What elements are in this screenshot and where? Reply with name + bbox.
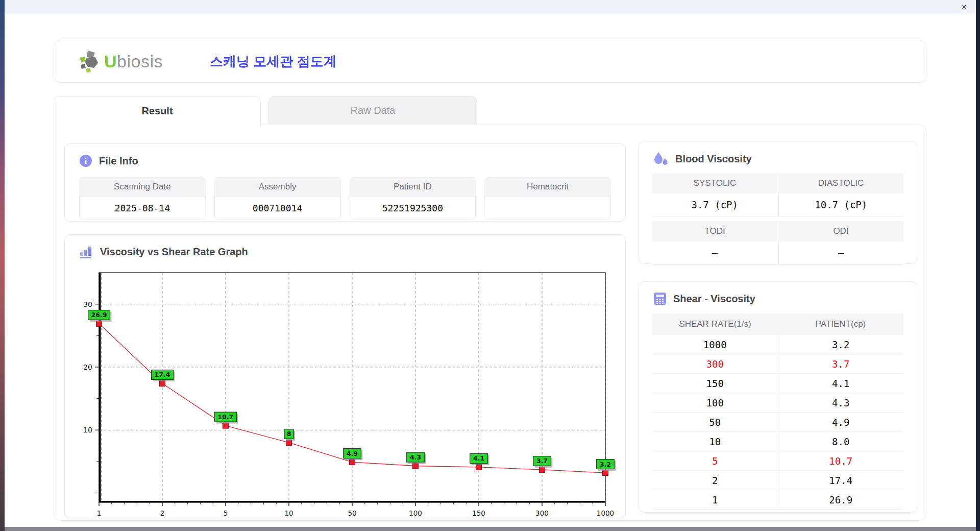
- bv-value-cell: 10.7 (cP): [778, 194, 904, 216]
- blood-viscosity-card: Blood Viscosity SYSTOLICDIASTOLIC3.7 (cP…: [639, 141, 917, 264]
- field-value: 2025-08-14: [79, 197, 206, 220]
- shear-viscosity-title-row: Shear - Viscosity: [653, 292, 755, 305]
- svg-text:30: 30: [83, 300, 92, 308]
- field-hematocrit: Hematocrit: [484, 177, 611, 220]
- bar-chart-icon: [79, 245, 93, 259]
- bv-header-cell: ODI: [778, 221, 903, 242]
- svg-text:26.9: 26.9: [91, 311, 107, 319]
- field-label: Hematocrit: [484, 177, 611, 197]
- tab-raw-data[interactable]: Raw Data: [268, 96, 477, 125]
- desktop-background-right: [976, 0, 980, 531]
- blood-viscosity-title: Blood Viscosity: [675, 153, 752, 165]
- svg-text:10.7: 10.7: [218, 413, 234, 421]
- svg-text:1: 1: [97, 509, 102, 517]
- field-value: [484, 197, 611, 220]
- bv-value-cell: –: [778, 242, 904, 264]
- shear-table-body: 10003.23003.71504.11004.3504.9108.0510.7…: [652, 335, 903, 510]
- bv-header-row: TODIODI: [652, 221, 903, 242]
- shear-viscosity-table: SHEAR RATE(1/s) PATIENT(cp) 10003.23003.…: [652, 313, 903, 510]
- brand-text: Ubiosis: [104, 52, 163, 71]
- graph-title: Viscosity vs Shear Rate Graph: [100, 246, 248, 258]
- bv-header-cell: TODI: [652, 221, 777, 242]
- graph-card: Viscosity vs Shear Rate Graph 1020301251…: [64, 234, 626, 518]
- shear-row: 1504.1: [652, 374, 903, 393]
- svg-text:4.9: 4.9: [347, 450, 358, 457]
- svg-text:4.1: 4.1: [473, 454, 484, 462]
- close-button[interactable]: ×: [958, 1, 971, 13]
- shear-rate-cell: 5: [652, 451, 778, 470]
- viscosity-chart: 1020301251050100150300100026.917.410.784…: [99, 273, 605, 502]
- patient-cell: 3.2: [778, 335, 904, 354]
- shear-row: 1004.3: [652, 393, 903, 413]
- calculator-icon: [653, 292, 667, 305]
- app-window: Ubiosis 스캐닝 모세관 점도계 ResultRaw Data i Fil…: [5, 14, 976, 527]
- shear-row: 510.7: [652, 451, 903, 471]
- svg-text:10: 10: [284, 509, 293, 517]
- field-label: Assembly: [214, 177, 341, 197]
- patient-cell: 3.7: [778, 354, 904, 373]
- shear-row: 10003.2: [652, 335, 903, 354]
- shear-rate-cell: 300: [652, 354, 778, 373]
- shear-rate-cell: 50: [652, 413, 778, 431]
- svg-text:100: 100: [409, 509, 422, 517]
- shear-row: 108.0: [652, 432, 903, 451]
- svg-text:20: 20: [83, 363, 92, 371]
- field-value: 52251925300: [350, 197, 476, 220]
- patient-cell: 8.0: [778, 432, 904, 451]
- main-panel: i File Info Scanning Date2025-08-14Assem…: [54, 125, 926, 521]
- field-scanning-date: Scanning Date2025-08-14: [79, 177, 206, 220]
- graph-title-row: Viscosity vs Shear Rate Graph: [79, 245, 248, 259]
- brand-logo: Ubiosis: [78, 50, 163, 73]
- field-value: 000710014: [214, 197, 341, 220]
- shear-row: 504.9: [652, 413, 903, 432]
- patient-cell: 26.9: [778, 490, 904, 509]
- svg-text:1000: 1000: [597, 509, 614, 517]
- bv-value-cell: 3.7 (cP): [652, 194, 777, 216]
- file-info-fields: Scanning Date2025-08-14Assembly000710014…: [79, 177, 611, 220]
- ubiosis-logo-icon: [78, 50, 100, 73]
- shear-row: 217.4: [652, 471, 903, 490]
- tab-result[interactable]: Result: [54, 96, 261, 126]
- svg-text:2: 2: [160, 509, 165, 517]
- shear-rate-cell: 100: [652, 393, 778, 412]
- shear-rate-cell: 2: [652, 471, 778, 490]
- patient-column-header: PATIENT(cp): [778, 313, 903, 335]
- desktop-background-bottom: [5, 527, 976, 531]
- patient-cell: 10.7: [778, 451, 904, 470]
- close-icon: ×: [962, 2, 967, 12]
- shear-table-header: SHEAR RATE(1/s) PATIENT(cp): [652, 313, 903, 335]
- shear-rate-cell: 150: [652, 374, 778, 393]
- bv-header-row: SYSTOLICDIASTOLIC: [652, 173, 903, 194]
- info-icon: i: [79, 154, 92, 167]
- svg-text:i: i: [85, 157, 87, 165]
- app-title: 스캐닝 모세관 점도계: [210, 53, 336, 70]
- bv-header-cell: DIASTOLIC: [778, 173, 903, 194]
- droplets-icon: [653, 152, 669, 166]
- field-assembly: Assembly000710014: [214, 177, 341, 220]
- svg-text:5: 5: [224, 509, 228, 517]
- svg-text:3.2: 3.2: [600, 461, 611, 468]
- patient-cell: 4.3: [778, 393, 904, 412]
- field-label: Scanning Date: [79, 177, 206, 197]
- header-card: Ubiosis 스캐닝 모세관 점도계: [54, 40, 926, 83]
- bv-value-cell: –: [652, 242, 777, 264]
- svg-text:50: 50: [348, 509, 356, 517]
- shear-row: 126.9: [652, 490, 903, 510]
- svg-text:3.7: 3.7: [536, 457, 548, 465]
- field-label: Patient ID: [350, 177, 476, 197]
- chart-svg: 1020301251050100150300100026.917.410.784…: [99, 273, 605, 502]
- file-info-title: File Info: [99, 155, 138, 167]
- svg-text:300: 300: [535, 509, 549, 517]
- patient-cell: 4.9: [778, 413, 904, 431]
- desktop-background-left: [0, 0, 5, 531]
- bv-header-cell: SYSTOLIC: [652, 173, 777, 194]
- bv-value-row: ––: [652, 242, 903, 264]
- shear-viscosity-card: Shear - Viscosity SHEAR RATE(1/s) PATIEN…: [639, 281, 917, 513]
- field-patient-id: Patient ID52251925300: [350, 177, 476, 220]
- blood-viscosity-grid: SYSTOLICDIASTOLIC3.7 (cP)10.7 (cP)TODIOD…: [652, 173, 903, 264]
- shear-rate-cell: 10: [652, 432, 778, 451]
- svg-text:4.3: 4.3: [410, 453, 421, 461]
- patient-cell: 17.4: [778, 471, 904, 490]
- shear-rate-cell: 1000: [652, 335, 778, 354]
- svg-text:17.4: 17.4: [155, 371, 170, 378]
